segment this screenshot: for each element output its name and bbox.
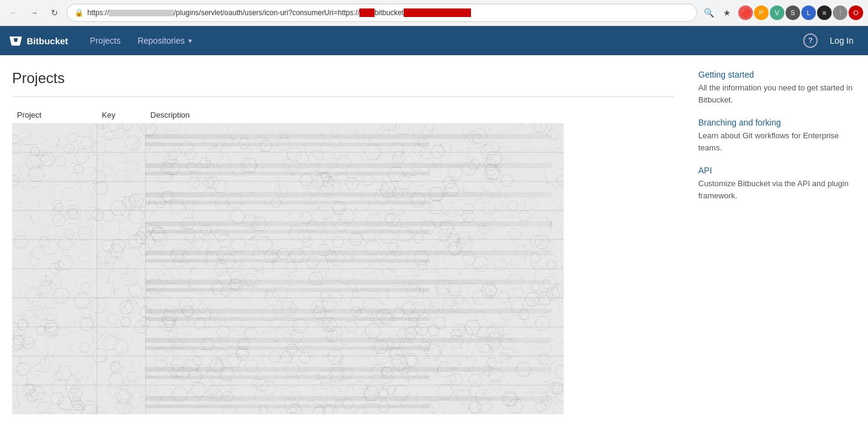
ext-icon-red[interactable]: O xyxy=(849,5,863,20)
browser-chrome: ← → ↻ 🔒 https://XXXXXXXXXXXXXXXX/plugins… xyxy=(0,0,868,26)
forward-button[interactable]: → xyxy=(25,4,42,21)
navbar: Bitbucket Projects Repositories ▼ ? Log … xyxy=(0,26,868,55)
table-header-row: Project Key Description xyxy=(12,107,674,123)
api-link[interactable]: API xyxy=(698,166,856,175)
extension-icons: 🔴 P V S L ≡ ⋮ O xyxy=(738,5,863,20)
ext-icon-5[interactable]: L xyxy=(801,5,816,20)
navbar-links: Projects Repositories ▼ xyxy=(82,32,200,49)
brand-name: Bitbucket xyxy=(27,36,68,46)
api-desc: Customize Bitbucket via the API and plug… xyxy=(698,178,856,201)
sidebar-section-branching: Branching and forking Learn about Git wo… xyxy=(698,118,856,153)
navbar-right: ? Log In xyxy=(803,33,858,48)
login-button[interactable]: Log In xyxy=(825,33,858,48)
back-button[interactable]: ← xyxy=(5,4,22,21)
page-content: Projects Project Key Description Getting… xyxy=(0,55,868,429)
col-header-description: Description xyxy=(145,107,674,123)
browser-toolbar: ← → ↻ 🔒 https://XXXXXXXXXXXXXXXX/plugins… xyxy=(0,0,868,25)
browser-actions: 🔍 ★ xyxy=(701,5,735,21)
help-button[interactable]: ? xyxy=(803,33,818,48)
reload-button[interactable]: ↻ xyxy=(46,4,63,21)
ext-icon-3[interactable]: V xyxy=(770,5,784,20)
search-icon[interactable]: 🔍 xyxy=(701,5,716,21)
ext-icon-6[interactable]: ≡ xyxy=(817,5,832,20)
redacted-url2 xyxy=(404,8,471,17)
col-header-key: Key xyxy=(97,107,145,123)
projects-data-canvas xyxy=(12,123,564,414)
sidebar-section-api: API Customize Bitbucket via the API and … xyxy=(698,166,856,201)
secure-icon: 🔒 xyxy=(75,8,84,17)
ext-icon-4[interactable]: S xyxy=(786,5,800,20)
firefox-ext-icon[interactable]: 🔴 xyxy=(738,5,753,20)
getting-started-link[interactable]: Getting started xyxy=(698,70,856,79)
bookmark-icon[interactable]: ★ xyxy=(719,5,735,21)
branching-forking-link[interactable]: Branching and forking xyxy=(698,118,856,127)
col-header-project: Project xyxy=(12,107,97,123)
redacted-url xyxy=(359,8,375,17)
address-bar[interactable]: 🔒 https://XXXXXXXXXXXXXXXX/plugins/servl… xyxy=(67,4,697,22)
projects-link[interactable]: Projects xyxy=(82,32,128,49)
sidebar: Getting started All the information you … xyxy=(686,55,868,429)
address-text: https://XXXXXXXXXXXXXXXX/plugins/servlet… xyxy=(87,8,689,17)
bitbucket-logo-icon xyxy=(10,35,22,47)
main-area: Projects Project Key Description xyxy=(0,55,686,429)
getting-started-desc: All the information you need to get star… xyxy=(698,82,856,106)
page-title: Projects xyxy=(12,70,674,87)
projects-table: Project Key Description xyxy=(12,107,674,123)
branching-forking-desc: Learn about Git workflows for Enterprise… xyxy=(698,130,856,153)
brand-logo[interactable]: Bitbucket xyxy=(10,35,68,47)
ext-icon-2[interactable]: P xyxy=(754,5,769,20)
dropdown-arrow-icon: ▼ xyxy=(187,38,193,44)
repositories-link[interactable]: Repositories ▼ xyxy=(130,32,201,49)
sidebar-section-getting-started: Getting started All the information you … xyxy=(698,70,856,106)
projects-table-container: Project Key Description xyxy=(12,107,674,414)
page-divider xyxy=(12,96,674,97)
ext-icon-7[interactable]: ⋮ xyxy=(833,5,847,20)
